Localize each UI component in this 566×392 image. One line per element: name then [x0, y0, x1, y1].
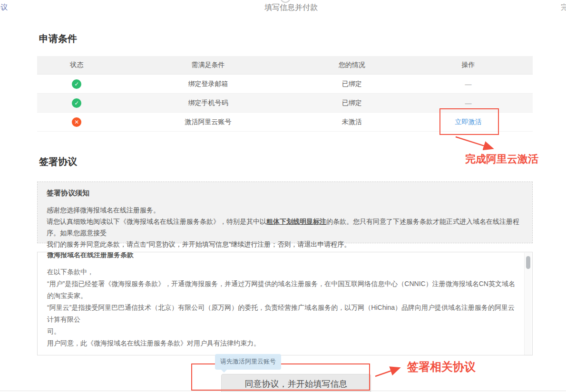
cross-icon: ✕: [72, 117, 81, 127]
terms-binding: 用户同意，此《微海报域名在线注册服务条款》对用户具有法律约束力。: [47, 337, 515, 349]
terms-def-aliyun-wrap: 司。: [47, 325, 515, 337]
condition-cell: 绑定手机号码: [117, 99, 300, 107]
step-label-current: 填写信息并付款: [260, 3, 322, 13]
agree-and-continue-button[interactable]: 同意协议，并开始填写信息: [221, 374, 371, 392]
notice-line3: 我们的服务并同意此条款，请点击“同意协议，并开始填写信息”继续进行注册；否则，请…: [47, 239, 523, 250]
section-title-agreement: 签署协议: [39, 155, 77, 168]
conditions-table: 状态 需满足条件 您的情况 操作 ✓ 绑定登录邮箱 已绑定 — ✓ 绑定手机号码…: [37, 56, 533, 132]
action-cell: —: [404, 80, 533, 88]
table-header-row: 状态 需满足条件 您的情况 操作: [37, 56, 533, 75]
check-icon: ✓: [72, 98, 81, 108]
step-label-right-partial: 完: [561, 3, 566, 12]
activate-now-link[interactable]: 立即激活: [455, 118, 482, 125]
situation-cell: 已绑定: [300, 99, 404, 107]
table-row: ✕ 激活阿里云账号 未激活 立即激活: [37, 113, 533, 132]
tooltip-caret-icon: [221, 370, 227, 375]
terms-scrollbar[interactable]: [524, 253, 532, 355]
step-label-left-partial: 协议: [0, 3, 8, 12]
col-header-action: 操作: [404, 61, 533, 69]
annotation-arrow-sign: [375, 368, 399, 376]
terms-intro: 在以下条款中，: [47, 266, 515, 278]
annotation-label-activate: 完成阿里云激活: [465, 152, 538, 166]
terms-scroll-area[interactable]: 微海报域名在线注册服务条款 在以下条款中， “用户”是指已经签署《微海报服务条款…: [37, 252, 533, 355]
col-header-condition: 需满足条件: [117, 61, 300, 69]
table-row: ✓ 绑定登录邮箱 已绑定 —: [37, 75, 533, 94]
check-icon: ✓: [72, 79, 81, 89]
col-header-status: 状态: [37, 61, 117, 69]
col-header-situation: 您的情况: [300, 61, 404, 69]
terms-title: 微海报域名在线注册服务条款: [47, 252, 515, 261]
agreement-notice-box: 签署协议须知 感谢您选择微海报域名在线注册服务。 请您认真细致地阅读以下《微海报…: [37, 182, 533, 243]
terms-scrollbar-thumb[interactable]: [526, 256, 530, 269]
notice-line1: 感谢您选择微海报域名在线注册服务。: [47, 204, 523, 216]
section-title-conditions: 申请条件: [39, 32, 77, 45]
table-row: ✓ 绑定手机号码 已绑定 —: [37, 94, 533, 113]
notice-emphasis: 粗体下划线明显标注: [266, 218, 326, 225]
situation-cell: 未激活: [300, 118, 404, 126]
notice-line2: 请您认真细致地阅读以下《微海报域名在线注册服务条款》，特别是其中以粗体下划线明显…: [47, 216, 523, 239]
terms-content: 微海报域名在线注册服务条款 在以下条款中， “用户”是指已经签署《微海报服务条款…: [47, 252, 515, 355]
notice-text: 感谢您选择微海报域名在线注册服务。 请您认真细致地阅读以下《微海报域名在线注册服…: [47, 204, 523, 250]
annotation-label-sign: 签署相关协议: [407, 359, 476, 374]
terms-article1-heading: 第一条 项目和术语解释: [47, 353, 515, 355]
condition-cell: 激活阿里云账号: [117, 118, 300, 126]
notice-title: 签署协议须知: [47, 189, 523, 198]
terms-def-aliyun: “阿里云”是指接受阿里巴巴通信技术（北京）有限公司（原万网）的委托，负责经营推广…: [47, 302, 515, 325]
page-canvas: 协议 填写信息并付款 完 申请条件 状态 需满足条件 您的情况 操作 ✓ 绑定登…: [0, 0, 566, 392]
action-cell: —: [404, 99, 533, 107]
terms-def-user: “用户”是指已经签署《微海报服务条款》，开通微海报服务，并通过万网提供的域名注册…: [47, 278, 515, 302]
situation-cell: 已绑定: [300, 80, 404, 88]
condition-cell: 绑定登录邮箱: [117, 80, 300, 88]
activate-first-tooltip: 请先激活阿里云账号: [215, 354, 281, 370]
annotation-arrow-activate: [456, 137, 492, 148]
